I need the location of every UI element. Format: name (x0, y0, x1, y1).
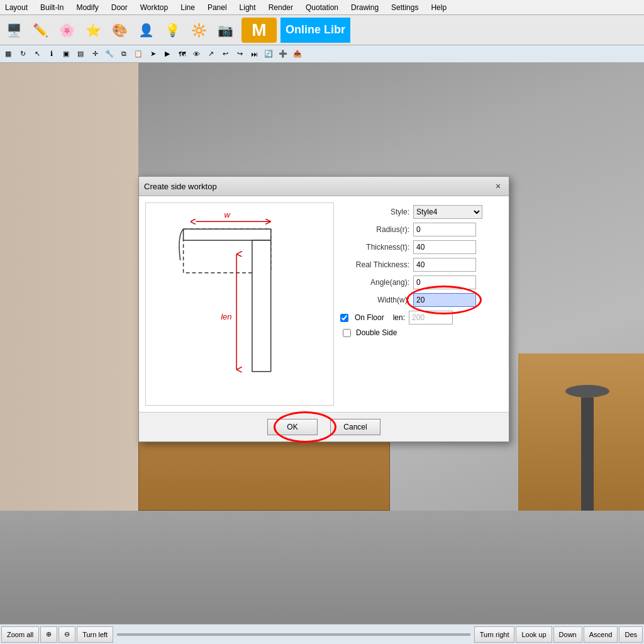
svg-text:len: len (221, 312, 231, 321)
real-thickness-label: Real Thickness: (340, 260, 409, 269)
width-input[interactable] (413, 293, 476, 307)
svg-rect-1 (184, 229, 271, 240)
worktop-diagram: w len (145, 203, 334, 406)
len-input[interactable] (409, 311, 453, 325)
on-floor-row: On Floor len: (340, 311, 502, 325)
dialog-titlebar: Create side worktop × (139, 177, 509, 196)
thickness-input[interactable] (413, 240, 476, 254)
cancel-button[interactable]: Cancel (330, 419, 380, 435)
on-floor-checkbox[interactable] (340, 314, 348, 322)
on-floor-label: On Floor (355, 313, 384, 322)
style-select[interactable]: Style4 Style1 Style2 Style3 (413, 205, 482, 219)
width-row: Width(w): (340, 293, 502, 307)
radius-label: Radius(r): (340, 225, 409, 234)
svg-text:w: w (224, 210, 231, 219)
dialog-close-button[interactable]: × (492, 180, 504, 192)
style-row: Style: Style4 Style1 Style2 Style3 (340, 205, 502, 219)
dialog-body: w len (139, 196, 509, 412)
dialog-form: Style: Style4 Style1 Style2 Style3 Radiu… (340, 203, 502, 406)
dialog-footer: OK Cancel (139, 412, 509, 441)
radius-row: Radius(r): (340, 223, 502, 236)
real-thickness-input[interactable] (413, 258, 476, 272)
double-side-checkbox[interactable] (343, 329, 351, 337)
angle-row: Angle(ang): (340, 275, 502, 289)
ok-button[interactable]: OK (267, 419, 318, 435)
radius-input[interactable] (413, 223, 476, 236)
double-side-row: Double Side (343, 328, 502, 337)
angle-input[interactable] (413, 275, 476, 289)
svg-rect-2 (252, 240, 271, 372)
worktop-diagram-svg: w len (146, 203, 333, 405)
create-side-worktop-dialog: Create side worktop × w (138, 176, 509, 442)
dialog-overlay: Create side worktop × w (0, 0, 644, 644)
style-label: Style: (340, 208, 409, 216)
real-thickness-row: Real Thickness: (340, 258, 502, 272)
len-label: len: (393, 313, 405, 322)
width-label: Width(w): (340, 296, 409, 304)
dialog-title: Create side worktop (144, 182, 217, 191)
thickness-label: Thickness(t): (340, 243, 409, 252)
angle-label: Angle(ang): (340, 278, 409, 287)
thickness-row: Thickness(t): (340, 240, 502, 254)
double-side-label: Double Side (356, 328, 397, 337)
